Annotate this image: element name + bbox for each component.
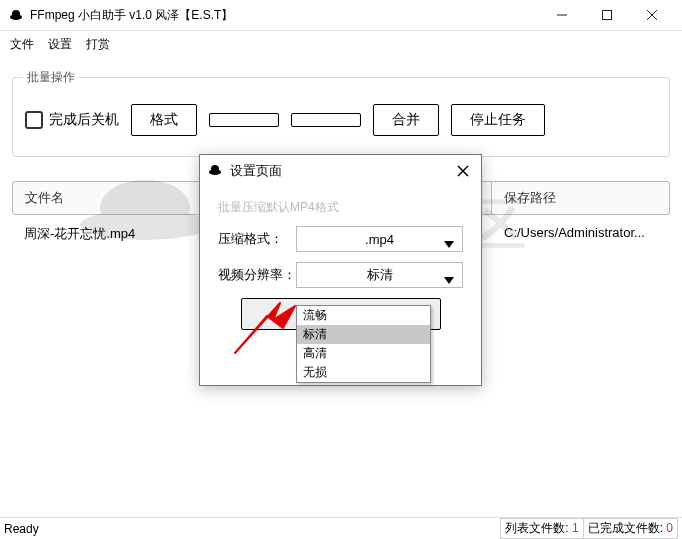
dialog-titlebar: 设置页面 xyxy=(200,155,481,187)
resolution-select[interactable]: 标清 xyxy=(296,262,463,288)
menu-donate[interactable]: 打赏 xyxy=(86,36,110,53)
status-ready: Ready xyxy=(4,522,39,536)
status-bar: Ready 列表文件数: 1 已完成文件数: 0 xyxy=(0,517,682,539)
shutdown-checkbox[interactable]: 完成后关机 xyxy=(25,111,119,129)
column-header-path[interactable]: 保存路径 xyxy=(492,181,670,215)
svg-marker-10 xyxy=(444,241,454,248)
option-smooth[interactable]: 流畅 xyxy=(297,306,430,325)
menu-bar: 文件 设置 打赏 xyxy=(0,31,682,57)
maximize-button[interactable] xyxy=(584,1,629,30)
svg-rect-3 xyxy=(602,11,611,20)
window-title: FFmpeg 小白助手 v1.0 风泽【E.S.T】 xyxy=(30,7,539,24)
app-icon xyxy=(8,7,24,23)
batch-button-2[interactable] xyxy=(209,113,279,127)
option-lossless[interactable]: 无损 xyxy=(297,363,430,382)
resolution-dropdown: 流畅 标清 高清 无损 xyxy=(296,305,431,383)
format-label: 压缩格式： xyxy=(218,230,296,248)
dialog-title: 设置页面 xyxy=(230,162,457,180)
batch-operations-group: 批量操作 完成后关机 格式 合并 停止任务 xyxy=(12,77,670,157)
checkbox-icon xyxy=(25,111,43,129)
status-list-files: 列表文件数: 1 xyxy=(500,518,583,539)
dialog-close-button[interactable] xyxy=(457,163,473,179)
svg-point-1 xyxy=(12,10,20,18)
status-done-files: 已完成文件数: 0 xyxy=(583,518,678,539)
dialog-caption: 批量压缩默认MP4格式 xyxy=(218,199,463,216)
close-button[interactable] xyxy=(629,1,674,30)
option-sd[interactable]: 标清 xyxy=(297,325,430,344)
cell-path: C:/Users/Administrator... xyxy=(492,217,670,251)
title-bar: FFmpeg 小白助手 v1.0 风泽【E.S.T】 xyxy=(0,0,682,31)
dialog-icon xyxy=(208,163,224,179)
batch-button-3[interactable] xyxy=(291,113,361,127)
format-button[interactable]: 格式 xyxy=(131,104,197,136)
format-select[interactable]: .mp4 xyxy=(296,226,463,252)
shutdown-label: 完成后关机 xyxy=(49,111,119,129)
merge-button[interactable]: 合并 xyxy=(373,104,439,136)
menu-file[interactable]: 文件 xyxy=(10,36,34,53)
menu-settings[interactable]: 设置 xyxy=(48,36,72,53)
stop-button[interactable]: 停止任务 xyxy=(451,104,545,136)
batch-legend: 批量操作 xyxy=(23,69,79,86)
window-buttons xyxy=(539,1,674,30)
chevron-down-icon xyxy=(444,271,454,289)
chevron-down-icon xyxy=(444,235,454,253)
svg-point-7 xyxy=(211,165,219,173)
resolution-label: 视频分辨率： xyxy=(218,266,296,284)
option-hd[interactable]: 高清 xyxy=(297,344,430,363)
minimize-button[interactable] xyxy=(539,1,584,30)
svg-marker-11 xyxy=(444,277,454,284)
